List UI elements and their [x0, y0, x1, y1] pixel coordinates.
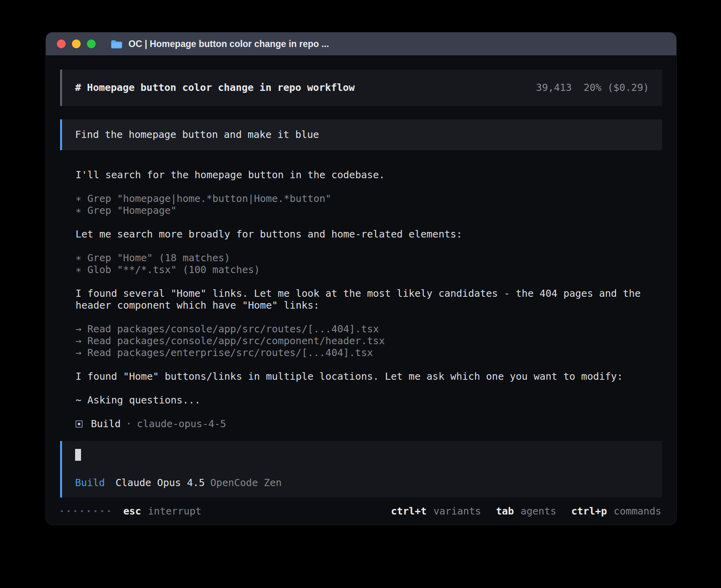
token-count: 39,413 [536, 82, 572, 94]
shortcut-key: esc [123, 505, 141, 517]
shortcut-label: agents [521, 505, 556, 517]
session-title: # Homepage button color change in repo w… [75, 82, 355, 94]
status-bar: esc interrupt ctrl+t variants tab agents… [60, 498, 662, 525]
arrow-right-icon: → [75, 323, 81, 335]
spinner-dots-icon [61, 510, 110, 512]
user-message-text: Find the homepage button and make it blu… [75, 129, 319, 140]
tool-call-grep: ∗ Grep "Homepage" [75, 205, 650, 217]
separator-dot: · [126, 418, 132, 430]
tool-call-read: → Read packages/enterprise/src/routes/[.… [75, 347, 650, 359]
shortcut-label: commands [614, 505, 661, 517]
status-bar-left: esc interrupt [61, 505, 202, 517]
title-group: OC | Homepage button color change in rep… [111, 39, 329, 49]
tool-status-icon: ∗ [75, 252, 81, 264]
assistant-text: Let me search more broadly for buttons a… [75, 228, 650, 240]
terminal-content: # Homepage button color change in repo w… [46, 55, 676, 525]
shortcut-key: tab [496, 505, 514, 517]
agent-icon [75, 420, 83, 428]
window-title: OC | Homepage button color change in rep… [128, 39, 329, 49]
shortcut-variants: ctrl+t variants [391, 505, 481, 517]
session-stats: 39,413 20% ($0.29) [536, 82, 649, 94]
shortcut-interrupt: esc interrupt [123, 505, 202, 517]
tool-status-icon: ∗ [75, 205, 81, 217]
assistant-text: I found several "Home" links. Let me loo… [75, 288, 650, 311]
zoom-button[interactable] [87, 40, 96, 48]
tool-call-text: Read packages/enterprise/src/routes/[...… [87, 347, 373, 359]
tool-call-grep: ∗ Grep "Home" (18 matches) [75, 252, 650, 264]
terminal-window: OC | Homepage button color change in rep… [45, 32, 677, 525]
shortcut-label: variants [433, 505, 481, 517]
tool-call-read: → Read packages/console/app/src/routes/[… [75, 323, 650, 335]
tool-status-icon: ∗ [75, 193, 81, 205]
agent-status-line: Build · claude-opus-4-5 [75, 418, 650, 430]
tool-status-icon: ∗ [75, 264, 81, 276]
tool-call-text: Grep "Home" (18 matches) [87, 252, 230, 264]
assistant-text: I'll search for the homepage button in t… [75, 169, 650, 181]
shortcut-label: interrupt [148, 505, 201, 517]
shortcut-agents: tab agents [496, 505, 556, 517]
tool-call-text: Glob "**/*.tsx" (100 matches) [87, 264, 260, 276]
shortcut-commands: ctrl+p commands [571, 505, 661, 517]
mode-label: Build [75, 477, 105, 489]
context-usage: 20% ($0.29) [583, 82, 649, 94]
tool-call-grep: ∗ Grep "homepage|home.*button|Home.*butt… [75, 193, 650, 205]
assistant-text: I found "Home" buttons/links in multiple… [75, 371, 650, 383]
arrow-right-icon: → [75, 335, 81, 347]
folder-icon [111, 39, 123, 49]
status-bar-right: ctrl+t variants tab agents ctrl+p comman… [391, 505, 661, 517]
agent-model: claude-opus-4-5 [137, 418, 226, 430]
working-status-text: ~ Asking questions... [75, 394, 650, 406]
close-button[interactable] [57, 40, 66, 48]
tool-call-text: Read packages/console/app/src/component/… [87, 335, 385, 347]
session-header: # Homepage button color change in repo w… [60, 70, 662, 106]
conversation-log: I'll search for the homepage button in t… [75, 169, 650, 430]
text-cursor [75, 449, 81, 461]
model-status-line: Build Claude Opus 4.5 OpenCode Zen [75, 477, 649, 489]
prompt-input[interactable]: Build Claude Opus 4.5 OpenCode Zen [60, 441, 662, 498]
traffic-lights [57, 40, 96, 48]
tool-call-glob: ∗ Glob "**/*.tsx" (100 matches) [75, 264, 650, 276]
tool-call-text: Grep "homepage|home.*button|Home.*button… [87, 193, 331, 205]
shortcut-key: ctrl+t [391, 505, 427, 517]
tool-call-read: → Read packages/console/app/src/componen… [75, 335, 650, 347]
tool-call-text: Grep "Homepage" [87, 205, 177, 217]
provider-name: OpenCode Zen [210, 477, 282, 489]
agent-name: Build [91, 418, 121, 430]
model-name: Claude Opus 4.5 [115, 477, 205, 489]
shortcut-key: ctrl+p [571, 505, 607, 517]
tool-call-text: Read packages/console/app/src/routes/[..… [87, 323, 379, 335]
arrow-right-icon: → [75, 347, 81, 359]
minimize-button[interactable] [72, 40, 81, 48]
titlebar: OC | Homepage button color change in rep… [46, 32, 676, 55]
user-message: Find the homepage button and make it blu… [60, 119, 662, 150]
